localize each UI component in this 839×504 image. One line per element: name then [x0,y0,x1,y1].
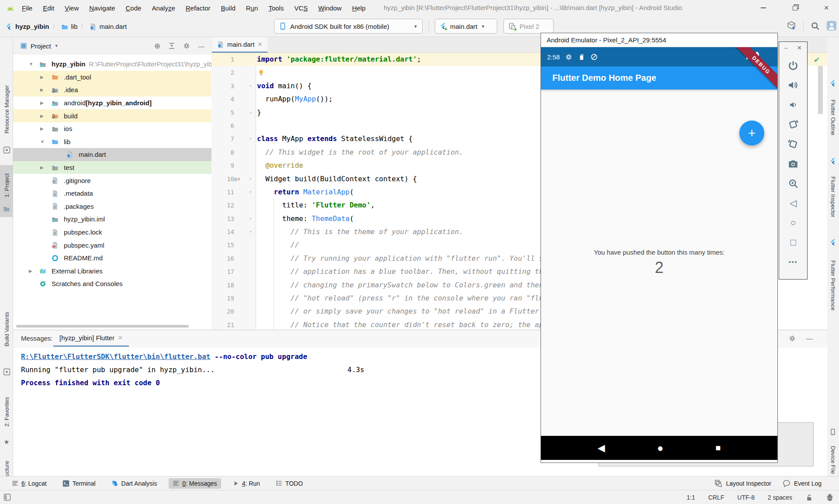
fold-marker-icon[interactable]: ▵ [249,106,252,119]
sidebar-item-flutter-outline[interactable]: Flutter Outline [826,91,839,144]
tree-item-build[interactable]: ▶build [13,109,211,122]
sidebar-item-build-variants[interactable]: Build Variants [0,304,13,354]
caret-position[interactable]: 1:1 [686,494,695,501]
gear-icon[interactable] [183,42,190,49]
sidebar-item-favorites[interactable]: 2: Favorites [0,390,13,434]
chevron-collapsed-icon[interactable]: ▶ [40,161,44,174]
editor-scrollbar[interactable] [818,66,823,114]
emulator-power-button[interactable] [787,60,799,71]
breadcrumb[interactable]: hyzp_yibin 〉 lib 〉 main.dart [5,16,127,37]
toolwindow-button-layout-inspector[interactable]: Layout Inspector [714,480,771,487]
close-button[interactable]: × [816,0,836,16]
sidebar-item-flutter-performance[interactable]: Flutter Performance [826,250,839,320]
inspection-ok-icon[interactable]: ✔ [814,55,820,65]
tree-item-pubspec-lock[interactable]: pubspec.lock [13,226,211,239]
menu-window[interactable]: Window [314,3,346,14]
fold-marker-icon[interactable]: ▿ [249,173,252,186]
menu-view[interactable]: View [60,3,83,14]
fold-marker-icon[interactable]: ▿ [249,186,252,199]
sdk-manager-icon[interactable] [787,21,796,31]
tree-item--dart-tool[interactable]: ▶.dart_tool [13,71,211,84]
tree-item-external-libraries[interactable]: ▶External Libraries [13,265,211,278]
emulator-camera-button[interactable] [787,158,799,169]
star-icon[interactable]: ★ [2,438,11,446]
plugin-icon[interactable] [2,146,11,154]
nav-back-button[interactable]: ◀ [598,442,605,454]
tree-item-pubspec-yaml[interactable]: YMLpubspec.yaml [13,238,211,252]
hide-panel-icon[interactable]: — [198,42,205,50]
locate-file-icon[interactable]: ⊕ [154,41,160,51]
menu-analyze[interactable]: Analyze [147,3,179,14]
unlock-icon[interactable] [805,494,813,501]
chevron-collapsed-icon[interactable]: ▶ [40,71,44,84]
tree-item--packages[interactable]: .packages [13,200,211,213]
fold-marker-icon[interactable]: ▿ [249,132,252,145]
toolwindow-button-dart-analysis[interactable]: Dart Analysis [107,478,161,489]
menu-tools[interactable]: Tools [264,3,288,14]
gear-icon[interactable] [789,335,796,342]
line-ending[interactable]: CRLF [708,494,725,501]
emulator-volume-up-button[interactable] [787,79,799,91]
menu-help[interactable]: Help [348,3,370,14]
tree-item-readme-md[interactable]: README.md [13,252,211,265]
fab-add-button[interactable]: + [739,121,764,145]
emulator-rotate-left-button[interactable] [787,119,799,130]
restore-button[interactable] [785,0,805,16]
tree-item-scratches-and-consoles[interactable]: Scratches and Consoles [13,277,211,290]
chevron-expanded-icon[interactable]: ▼ [40,135,45,148]
menu-edit[interactable]: Edit [38,3,59,14]
emulator-minimize-button[interactable]: – [784,45,787,51]
emulator-overview-button[interactable]: □ [787,237,799,248]
tree-item--idea[interactable]: ▶.idea [13,83,211,97]
profile-hat-icon[interactable] [826,494,834,501]
tree-item-android[interactable]: ▶android [hyzp_yibin_android] [13,97,211,110]
collapse-all-icon[interactable] [168,42,175,49]
menu-run[interactable]: Run [242,3,263,14]
toolwindow-button-messages[interactable]: 0: Messages [169,478,221,489]
toolwindow-button-terminal[interactable]: Terminal [59,478,100,489]
menu-file[interactable]: File [17,3,37,14]
sidebar-item-flutter-inspector[interactable]: Flutter Inspector [826,169,839,225]
toolwindow-button-run[interactable]: 4: Run [229,478,264,489]
project-view-selector[interactable]: Project [31,42,51,50]
breadcrumb-lib[interactable]: lib [71,23,78,30]
sidebar-item-project[interactable]: 1: Project [0,165,13,217]
tool-icon[interactable] [2,368,11,376]
chevron-expanded-icon[interactable]: ▼ [29,58,33,71]
emulator-screen[interactable]: 2:58 Flutter Demo Home Page DEBUG You ha… [541,47,777,463]
nav-home-button[interactable]: ● [657,442,664,454]
hide-panel-icon[interactable]: — [806,335,813,342]
search-icon[interactable] [811,21,820,31]
tab-main-dart[interactable]: main.dart ✕ [212,37,267,53]
close-tab-icon[interactable]: ✕ [258,41,263,48]
file-path-link[interactable]: R:\Flutter\FlutterSDK\flutter\bin\flutte… [21,352,210,361]
menu-code[interactable]: Code [121,3,146,14]
intention-bulb-icon[interactable] [258,69,264,76]
menu-build[interactable]: Build [216,3,239,14]
tree-item-ios[interactable]: ▶ios [13,122,211,135]
override-marker-icon[interactable]: ◎↑ [234,173,240,186]
chevron-collapsed-icon[interactable]: ▶ [40,109,44,122]
chevron-collapsed-icon[interactable]: ▶ [29,265,32,278]
tree-item-hyzp-yibin[interactable]: ▼hyzp_yibinR:\FlutterProject\FlutterProj… [13,58,211,71]
tree-item-test[interactable]: ▶test [13,161,211,174]
minimize-button[interactable] [753,0,773,16]
emulator-volume-down-button[interactable] [787,99,799,110]
menu-refactor[interactable]: Refactor [181,3,215,14]
tree-item-lib[interactable]: ▼lib [13,135,211,148]
breadcrumb-file[interactable]: main.dart [100,23,127,30]
tree-item-main-dart[interactable]: main.dart [13,148,211,161]
avatar[interactable] [827,21,836,31]
emulator-home-button[interactable]: ○ [787,217,799,228]
emulator-zoom-button[interactable] [787,178,799,189]
device-selector-dropdown[interactable]: Android SDK built for x86 (mobile) ▼ [274,19,423,34]
fold-marker-icon[interactable]: ▿ [249,79,252,93]
tree-item--gitignore[interactable]: .gitignore [13,174,211,187]
sidebar-item-resource-manager[interactable]: Resource Manager [0,81,13,138]
toolwindow-button-event-log[interactable]: Event Log [783,480,822,487]
device-button[interactable]: Pixel 2 [503,19,554,34]
encoding[interactable]: UTF-8 [737,494,755,501]
toolwindow-button-todo[interactable]: TODO [272,478,307,489]
fold-marker-icon[interactable]: ▿ [249,212,252,225]
close-tab-icon[interactable]: ✕ [118,335,123,341]
